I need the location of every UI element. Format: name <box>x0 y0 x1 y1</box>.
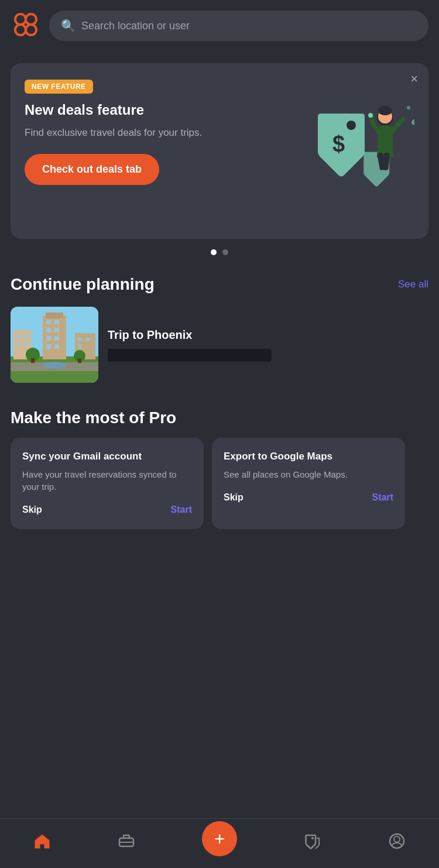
svg-rect-31 <box>16 342 20 345</box>
pro-section: Make the most of Pro Sync your Gmail acc… <box>0 392 439 529</box>
svg-point-0 <box>15 14 26 25</box>
svg-point-41 <box>43 362 66 369</box>
pro-card-export: Export to Google Maps See all places on … <box>212 438 405 529</box>
svg-point-14 <box>407 106 410 109</box>
header: 🔍 Search location or user <box>0 0 439 52</box>
carousel-dot-1[interactable] <box>211 249 217 255</box>
svg-rect-22 <box>46 328 51 332</box>
svg-point-13 <box>411 119 414 125</box>
search-input-placeholder: Search location or user <box>81 20 190 32</box>
export-skip-button[interactable]: Skip <box>224 492 243 503</box>
see-all-link[interactable]: See all <box>398 279 428 290</box>
nav-deals[interactable] <box>304 832 321 850</box>
pro-card-gmail-actions: Skip Start <box>22 505 192 515</box>
svg-point-3 <box>26 25 36 35</box>
trip-card[interactable]: Trip to Phoenix <box>11 304 428 392</box>
svg-rect-30 <box>23 335 28 338</box>
promo-area: × NEW FEATURE New deals feature Find exc… <box>0 57 439 261</box>
nav-trips[interactable] <box>118 832 135 850</box>
carousel-dot-2[interactable] <box>222 249 228 255</box>
promo-text: New deals feature Find exclusive travel … <box>25 102 303 185</box>
add-button[interactable]: + <box>202 821 237 856</box>
promo-description: Find exclusive travel deals for your tri… <box>25 126 297 140</box>
pro-card-gmail-desc: Have your travel reservations synced to … <box>22 468 192 493</box>
svg-rect-23 <box>54 328 59 332</box>
svg-rect-32 <box>23 342 28 345</box>
profile-icon <box>388 832 406 850</box>
svg-rect-25 <box>54 336 59 341</box>
export-start-button[interactable]: Start <box>372 492 393 503</box>
gmail-skip-button[interactable]: Skip <box>22 505 42 515</box>
search-icon: 🔍 <box>61 19 76 33</box>
svg-point-1 <box>26 14 36 25</box>
svg-rect-21 <box>54 320 59 324</box>
pro-cards-row: Sync your Gmail account Have your travel… <box>11 438 428 529</box>
svg-point-2 <box>15 25 26 35</box>
trip-name: Trip to Phoenix <box>108 328 428 342</box>
svg-point-12 <box>368 113 373 118</box>
check-out-deals-button[interactable]: Check out deals tab <box>25 154 159 185</box>
home-icon <box>33 832 51 850</box>
pro-card-gmail-title: Sync your Gmail account <box>22 451 192 462</box>
pro-section-header: Make the most of Pro <box>11 409 428 427</box>
section-title: Continue planning <box>11 275 155 294</box>
svg-rect-27 <box>54 344 59 349</box>
svg-text:$: $ <box>332 132 345 156</box>
svg-rect-34 <box>78 338 82 341</box>
svg-rect-24 <box>46 336 51 341</box>
gmail-start-button[interactable]: Start <box>171 505 192 515</box>
svg-point-44 <box>311 837 314 839</box>
promo-title: New deals feature <box>25 102 297 119</box>
pro-card-export-actions: Skip Start <box>224 492 393 503</box>
continue-planning-section: Continue planning See all <box>0 261 439 392</box>
svg-rect-26 <box>46 344 51 349</box>
svg-point-9 <box>378 106 392 115</box>
pro-card-export-title: Export to Google Maps <box>224 451 393 462</box>
trip-thumbnail <box>11 307 98 383</box>
svg-rect-36 <box>78 345 82 348</box>
pro-card-export-desc: See all places on Google Maps. <box>224 468 393 481</box>
carousel-dots <box>11 249 428 255</box>
main-content: × NEW FEATURE New deals feature Find exc… <box>0 52 439 588</box>
svg-rect-20 <box>46 320 51 324</box>
deals-icon <box>304 832 321 850</box>
app-logo <box>11 9 41 42</box>
trip-redacted-info <box>108 349 272 362</box>
promo-card: × NEW FEATURE New deals feature Find exc… <box>11 63 428 239</box>
svg-point-4 <box>347 121 356 130</box>
promo-illustration: $ <box>303 96 414 201</box>
svg-point-46 <box>394 836 400 842</box>
trips-icon <box>118 832 135 850</box>
bottom-nav: + <box>0 818 439 868</box>
svg-rect-19 <box>46 313 63 318</box>
svg-rect-40 <box>78 359 81 363</box>
nav-home[interactable] <box>33 832 51 850</box>
search-bar[interactable]: 🔍 Search location or user <box>49 11 428 41</box>
nav-profile[interactable] <box>388 832 406 850</box>
section-header: Continue planning See all <box>11 275 428 294</box>
pro-card-gmail: Sync your Gmail account Have your travel… <box>11 438 204 529</box>
trip-info: Trip to Phoenix <box>108 328 428 362</box>
svg-rect-38 <box>31 358 35 363</box>
pro-section-title: Make the most of Pro <box>11 409 176 427</box>
promo-content: New deals feature Find exclusive travel … <box>25 102 414 201</box>
close-button[interactable]: × <box>410 73 418 85</box>
svg-rect-35 <box>85 338 90 341</box>
svg-rect-29 <box>16 335 20 338</box>
